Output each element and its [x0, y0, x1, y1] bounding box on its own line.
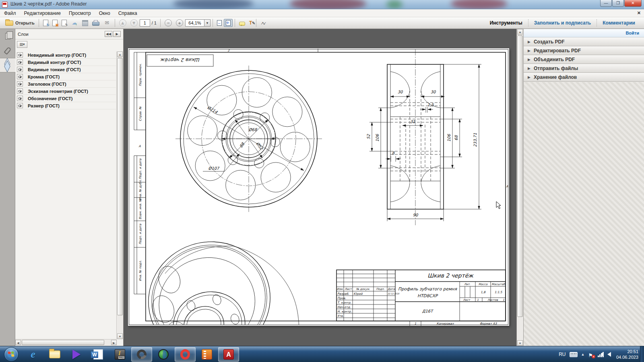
tools-button[interactable]: Инструменты — [484, 18, 528, 28]
page-thumbnails-button[interactable] — [0, 29, 15, 43]
clock[interactable]: 20:51 04.06.2023 — [616, 349, 638, 360]
scrollbar-thumb[interactable] — [117, 58, 123, 315]
tb-format: Формат А3 — [480, 322, 497, 325]
scrollbar-thumb[interactable] — [22, 340, 104, 345]
visibility-toggle[interactable] — [17, 52, 23, 58]
layer-row[interactable]: Кромка (ГОСТ) — [15, 73, 116, 80]
zoom-dropdown-arrow[interactable]: ▼ — [204, 19, 211, 27]
keyboard-icon[interactable] — [570, 352, 578, 357]
zoom-in-button[interactable]: ＋ — [174, 18, 185, 28]
panel-menu-button[interactable]: ▶ — [113, 31, 121, 37]
separator — [160, 19, 161, 27]
dark-ring-icon — [135, 348, 149, 361]
close-button[interactable]: ✕ — [624, 0, 642, 7]
visibility-toggle[interactable] — [17, 67, 23, 72]
section-store-files[interactable]: ▶Хранение файлов — [524, 73, 644, 82]
visibility-toggle[interactable] — [17, 81, 23, 86]
scroll-left-icon[interactable]: ◀ — [15, 340, 21, 345]
layers-button[interactable] — [0, 58, 15, 72]
next-page-button[interactable]: ▼ — [128, 18, 140, 28]
minimize-button[interactable]: — — [600, 0, 612, 7]
pdf-page[interactable]: Перв. примен. Справ. № Подп. и дата Инв.… — [128, 48, 509, 326]
taskbar-internet-explorer[interactable]: e — [23, 347, 43, 362]
previous-page-button[interactable]: ▲ — [117, 18, 128, 28]
start-button[interactable] — [4, 347, 19, 362]
visibility-toggle[interactable] — [17, 60, 23, 65]
scroll-down-icon[interactable]: ▼ — [517, 340, 523, 346]
section-create-pdf[interactable]: ▶Создать PDF — [524, 37, 644, 46]
visibility-toggle[interactable] — [17, 88, 23, 94]
add-comment-button[interactable] — [237, 18, 247, 28]
fit-width-button[interactable] — [215, 19, 224, 27]
sign-document-button[interactable]: ✎ — [60, 18, 69, 28]
taskbar-file-explorer[interactable] — [44, 347, 65, 362]
layers-vertical-scrollbar[interactable]: ▲ ▼ — [116, 51, 123, 339]
layer-row[interactable]: Эскизная геометрия (ГОСТ) — [15, 88, 116, 95]
section-send-files[interactable]: ▶Отправить файлы — [524, 64, 644, 73]
fit-page-button[interactable] — [224, 19, 233, 27]
section-combine-pdf[interactable]: ▶Объединить PDF — [524, 55, 644, 64]
menu-window[interactable]: Окно — [95, 9, 114, 17]
taskbar-opera[interactable] — [175, 347, 196, 362]
scroll-up-icon[interactable]: ▲ — [117, 51, 123, 57]
layer-row[interactable]: Размер (ГОСТ) — [15, 102, 116, 109]
attachments-button[interactable] — [0, 43, 15, 58]
tray-time: 20:51 — [616, 349, 638, 354]
menu-help[interactable]: Справка — [114, 9, 141, 17]
collapse-panel-button[interactable]: ◀◀ — [105, 31, 112, 37]
layer-row[interactable]: Невидимый контур (ГОСТ) — [15, 51, 116, 59]
menu-edit[interactable]: Редактирование — [20, 9, 65, 17]
share-button[interactable]: ↻ — [41, 18, 50, 28]
tray-expand-icon[interactable]: ▲ — [581, 352, 585, 356]
email-button[interactable]: ✉ — [101, 18, 113, 28]
visibility-toggle[interactable] — [17, 103, 23, 108]
scrollbar-thumb[interactable] — [517, 35, 523, 317]
layer-row[interactable]: Видимый контур (ГОСТ) — [15, 59, 116, 66]
taskbar-globe-app[interactable] — [153, 347, 174, 362]
layer-row[interactable]: Обозначение (ГОСТ) — [15, 95, 116, 102]
taskbar-adobe-reader[interactable]: A — [218, 347, 239, 362]
dim-total: 233,71 — [473, 133, 477, 147]
language-indicator[interactable]: RU — [559, 352, 566, 357]
print-button[interactable] — [90, 18, 101, 28]
fill-sign-button[interactable]: Заполнить и подписать — [528, 18, 597, 28]
menubar-close-icon[interactable]: ✕ — [637, 10, 641, 16]
highlight-text-button[interactable]: T — [247, 18, 254, 28]
section-label: Объединить PDF — [534, 57, 575, 62]
section-edit-pdf[interactable]: ▶Редактировать PDF — [524, 46, 644, 55]
volume-icon[interactable] — [607, 352, 611, 357]
layers-horizontal-scrollbar[interactable]: ◀ ▶ — [15, 339, 117, 346]
zoom-level-input[interactable]: 64,1% — [185, 19, 204, 27]
visibility-toggle[interactable] — [17, 74, 23, 79]
tb-lit: Лит. — [464, 283, 471, 286]
page-total-label: / 1 — [152, 21, 157, 25]
document-vertical-scrollbar[interactable]: ▲ ▼ — [516, 29, 523, 346]
comments-button[interactable]: Комментарии — [597, 18, 641, 28]
taskbar-movie-editor[interactable] — [196, 347, 217, 362]
taskbar-pro-app[interactable] — [109, 347, 130, 362]
page-number-input[interactable]: 1 — [140, 19, 150, 27]
layer-row[interactable]: Видимые тонкие (ГОСТ) — [15, 66, 116, 73]
scroll-up-icon[interactable]: ▲ — [517, 29, 523, 35]
fullscreen-button[interactable]: ↗↙ — [258, 18, 268, 28]
taskbar-word[interactable] — [88, 347, 109, 362]
taskbar-camera-app[interactable] — [131, 347, 152, 362]
save-button[interactable] — [80, 18, 90, 28]
restore-button[interactable]: ❐ — [612, 0, 624, 7]
menu-file[interactable]: Файл — [0, 9, 20, 17]
show-desktop-button[interactable] — [640, 346, 644, 362]
export-pdf-button[interactable]: ▣ — [50, 18, 60, 28]
menu-view[interactable]: Просмотр — [65, 9, 95, 17]
signin-link[interactable]: Войти — [625, 31, 639, 35]
scroll-right-icon[interactable]: ▶ — [111, 340, 117, 345]
upload-cloud-button[interactable]: ☁↑ — [69, 18, 80, 28]
scroll-down-icon[interactable]: ▼ — [117, 333, 123, 339]
visibility-toggle[interactable] — [17, 96, 23, 101]
zoom-out-button[interactable]: − — [163, 18, 174, 28]
open-button[interactable]: Открыть — [3, 18, 37, 28]
taskbar-media-player[interactable] — [66, 347, 87, 362]
action-center-flag-icon[interactable] — [588, 352, 594, 358]
layer-row[interactable]: Заголовок (ГОСТ) — [15, 80, 116, 88]
layers-options-button[interactable]: ▤▾ — [17, 41, 27, 48]
document-pane[interactable]: Перв. примен. Справ. № Подп. и дата Инв.… — [124, 29, 516, 346]
